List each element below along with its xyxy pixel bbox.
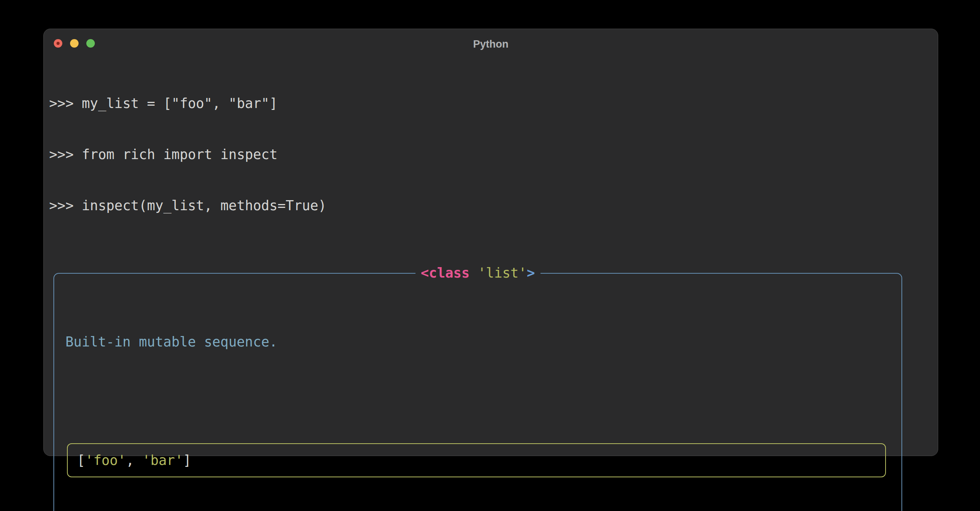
spacer bbox=[54, 384, 901, 401]
docstring: Built-in mutable sequence. bbox=[54, 333, 901, 350]
value-box: ['foo', 'bar'] bbox=[67, 443, 886, 477]
inspect-panel: <class 'list'> Built-in mutable sequence… bbox=[53, 273, 902, 511]
terminal-content[interactable]: >>> my_list = ["foo", "bar"] >>> from ri… bbox=[44, 56, 938, 511]
prompt-line-3: >>> inspect(my_list, methods=True) bbox=[49, 197, 932, 214]
prompt-line-2: >>> from rich import inspect bbox=[49, 146, 932, 163]
title-bar[interactable]: Python bbox=[44, 29, 938, 56]
prompt-line-1: >>> my_list = ["foo", "bar"] bbox=[49, 95, 932, 112]
terminal-window: Python >>> my_list = ["foo", "bar"] >>> … bbox=[43, 29, 938, 456]
list-value: ['foo', 'bar'] bbox=[77, 452, 191, 469]
window-title: Python bbox=[44, 38, 938, 50]
panel-title-class-list: <class 'list'> bbox=[415, 264, 540, 281]
